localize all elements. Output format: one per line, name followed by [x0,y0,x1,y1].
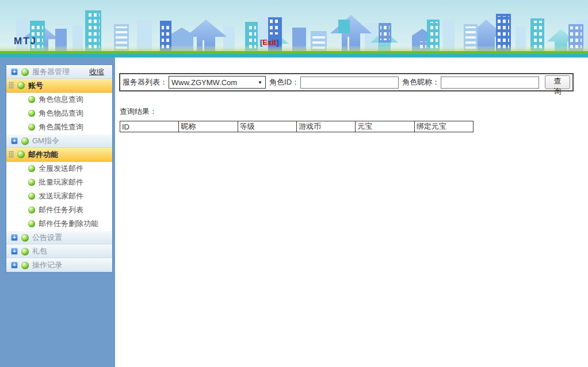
sidebar-item-label: 角色信息查询 [39,94,83,105]
query-button[interactable]: 查询 [545,75,570,89]
green-orb-icon [28,207,35,213]
expand-plus-icon[interactable]: + [11,248,18,255]
green-orb-icon [28,220,35,227]
green-orb-icon [28,193,35,200]
green-orb-icon [21,137,29,145]
sidebar-item-label: 账号 [28,81,43,91]
results-column-header: ID [120,121,179,132]
expand-plus-icon[interactable]: + [11,262,18,269]
sidebar-item-mail-batch-player[interactable]: 批量玩家邮件 [6,175,112,189]
sidebar-item-label: 批量玩家邮件 [39,177,83,188]
sidebar: +服务器管理收缩账号角色信息查询角色物品查询角色属性查询+GM指令邮件功能全服发… [0,58,115,367]
role-name-input[interactable] [441,77,539,89]
expand-plus-icon[interactable]: + [11,68,18,75]
sidebar-item-mail-task-list[interactable]: 邮件任务列表 [6,203,112,217]
sidebar-item-label: 邮件功能 [28,150,58,160]
server-select[interactable]: Www.ZGYMW.Com ▼ [169,76,266,89]
results-column-header: 游戏币 [296,121,355,132]
expand-plus-icon[interactable]: + [11,137,18,144]
collapse-link[interactable]: 收缩 [89,67,104,77]
server-select-value: Www.ZGYMW.Com [171,78,237,87]
sidebar-item-role-item-query[interactable]: 角色物品查询 [6,106,112,120]
dropdown-caret-icon: ▼ [258,80,262,85]
sidebar-item-mail-send-player[interactable]: 发送玩家邮件 [6,189,112,203]
green-orb-icon [28,124,35,131]
sidebar-item-label: GM指令 [32,136,59,146]
sidebar-item-label: 操作记录 [32,260,62,270]
exit-bracket-close: ] [276,38,278,47]
query-form: 服务器列表： Www.ZGYMW.Com ▼ 角色ID： 角色昵称： 查询 [119,73,574,91]
results-column-header: 等级 [238,121,296,132]
green-orb-icon [21,262,29,269]
green-orb-icon [21,68,29,76]
sidebar-item-announcement-settings[interactable]: +公告设置 [6,231,112,244]
sidebar-menu: +服务器管理收缩账号角色信息查询角色物品查询角色属性查询+GM指令邮件功能全服发… [6,64,113,273]
green-orb-icon [28,110,35,117]
sidebar-item-label: 礼包 [32,246,47,257]
role-id-input[interactable] [300,77,399,89]
page: MTJ [Exit] +服务器管理收缩账号角色信息查询角色物品查询角色属性查询+… [0,0,588,367]
exit-link[interactable]: [Exit] [260,38,279,47]
sidebar-item-label: 邮件任务删除功能 [39,219,98,229]
sidebar-item-label: 角色物品查询 [39,108,83,118]
green-orb-icon [17,82,25,89]
tree-expander-icon [9,82,14,89]
sidebar-item-label: 角色属性查询 [39,122,83,132]
sidebar-item-label: 发送玩家邮件 [39,191,83,201]
sidebar-item-role-attribute-query[interactable]: 角色属性查询 [6,120,112,134]
results-title: 查询结果： [120,106,588,117]
sidebar-item-label: 公告设置 [32,232,62,243]
sidebar-item-server-management[interactable]: +服务器管理收缩 [6,65,112,79]
sidebar-item-mail-send-all-server[interactable]: 全服发送邮件 [6,162,112,175]
tree-expander-icon [9,151,14,158]
exit-label[interactable]: Exit [262,38,276,47]
green-orb-icon [21,234,29,242]
sidebar-item-account[interactable]: 账号 [6,79,112,93]
role-name-label: 角色昵称： [402,77,440,87]
green-orb-icon [28,179,35,186]
results-column-header: 昵称 [179,121,238,132]
city-skyline-art [0,0,588,58]
sidebar-item-label: 邮件任务列表 [39,205,83,215]
sidebar-item-role-info-query[interactable]: 角色信息查询 [6,93,112,106]
expand-plus-icon[interactable]: + [11,234,18,241]
body-row: +服务器管理收缩账号角色信息查询角色物品查询角色属性查询+GM指令邮件功能全服发… [0,58,588,367]
sidebar-item-mail-task-delete[interactable]: 邮件任务删除功能 [6,217,112,231]
results-table: ID昵称等级游戏币元宝绑定元宝 [120,121,474,132]
results-column-header: 绑定元宝 [414,121,473,132]
green-orb-icon [28,96,35,103]
results-column-header: 元宝 [356,121,414,132]
logo: MTJ [14,36,37,47]
green-orb-icon [21,248,29,255]
server-list-label: 服务器列表： [123,77,167,87]
main-content: 服务器列表： Www.ZGYMW.Com ▼ 角色ID： 角色昵称： 查询 查询… [115,58,588,367]
sidebar-item-label: 全服发送邮件 [39,163,83,174]
results-header-row: ID昵称等级游戏币元宝绑定元宝 [120,121,474,132]
sidebar-item-operation-log[interactable]: +操作记录 [6,258,112,272]
sidebar-item-mail-function[interactable]: 邮件功能 [6,148,112,162]
sidebar-item-gift-pack[interactable]: +礼包 [6,244,112,258]
header-banner: MTJ [Exit] [0,0,588,58]
green-orb-icon [28,165,35,172]
sidebar-item-gm-command[interactable]: +GM指令 [6,134,112,148]
green-orb-icon [17,151,25,158]
sidebar-item-label: 服务器管理 [32,67,70,77]
role-id-label: 角色ID： [269,77,299,87]
